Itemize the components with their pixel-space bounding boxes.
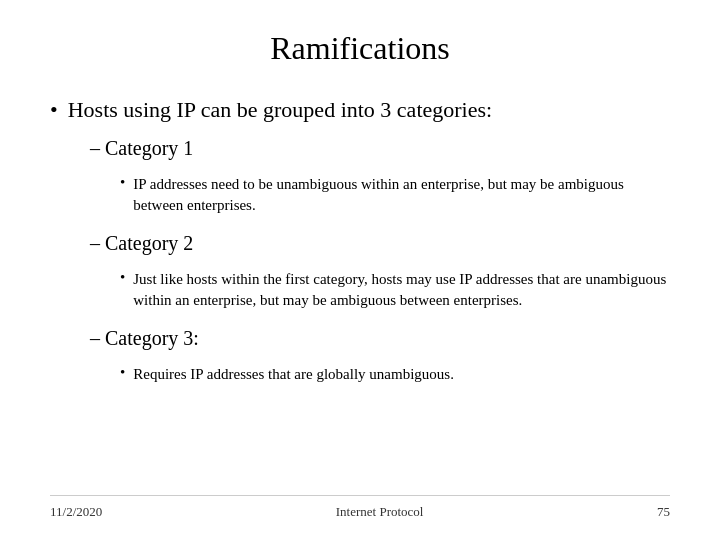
cat3-bullet-marker: • [120, 364, 125, 381]
category-3-bullet-1: • Requires IP addresses that are globall… [120, 364, 670, 385]
cat1-bullet-marker: • [120, 174, 125, 191]
slide-footer: 11/2/2020 Internet Protocol 75 [50, 495, 670, 520]
slide-content: • Hosts using IP can be grouped into 3 c… [50, 97, 670, 495]
category-2-label: – Category 2 [90, 232, 670, 255]
footer-date: 11/2/2020 [50, 504, 102, 520]
slide: Ramifications • Hosts using IP can be gr… [0, 0, 720, 540]
category-2-bullet-1: • Just like hosts within the first categ… [120, 269, 670, 311]
category-1-bullet-1: • IP addresses need to be unambiguous wi… [120, 174, 670, 216]
cat2-bullet-text: Just like hosts within the first categor… [133, 269, 670, 311]
category-1-label: – Category 1 [90, 137, 670, 160]
cat2-bullet-marker: • [120, 269, 125, 286]
slide-title: Ramifications [50, 30, 670, 67]
main-bullet-text: Hosts using IP can be grouped into 3 cat… [68, 97, 492, 123]
footer-center: Internet Protocol [336, 504, 424, 520]
cat3-bullet-text: Requires IP addresses that are globally … [133, 364, 454, 385]
footer-page: 75 [657, 504, 670, 520]
main-bullet-marker: • [50, 97, 58, 123]
main-bullet: • Hosts using IP can be grouped into 3 c… [50, 97, 670, 123]
category-3-label: – Category 3: [90, 327, 670, 350]
cat1-bullet-text: IP addresses need to be unambiguous with… [133, 174, 670, 216]
